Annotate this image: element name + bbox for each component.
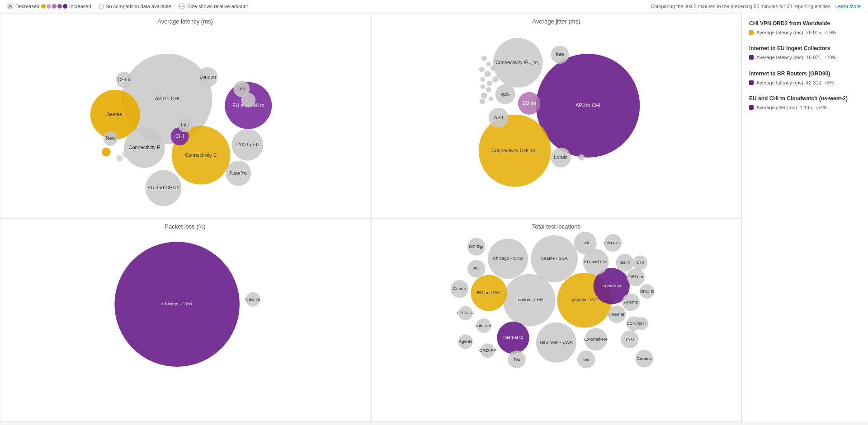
svg-point-23	[226, 161, 251, 186]
avg-jitter-title: Average jitter (ms)	[372, 14, 741, 27]
svg-point-59	[487, 81, 492, 86]
sidebar-section: Internet to EU Ingest CollectorsAverage …	[749, 45, 861, 61]
metric-color-indicator	[749, 30, 754, 35]
svg-point-52	[578, 154, 585, 161]
svg-point-42	[551, 46, 569, 64]
svg-point-58	[481, 77, 485, 82]
svg-point-50	[551, 148, 571, 168]
svg-point-31	[116, 72, 132, 88]
size-icon	[178, 3, 185, 10]
svg-point-38	[479, 115, 551, 187]
svg-point-98	[622, 293, 640, 311]
svg-point-60	[492, 76, 499, 83]
sidebar-metric: Average jitter (ms): 1.145, ↑54%	[749, 104, 861, 111]
total-test-title: Total test locations	[372, 219, 741, 232]
metric-color-indicator	[749, 80, 754, 85]
svg-point-70	[503, 274, 556, 326]
svg-point-57	[491, 65, 496, 71]
total-test-svg: London - LHR Virginia - IAD Seattle - SE…	[372, 232, 741, 421]
svg-point-25	[104, 131, 118, 146]
svg-point-96	[627, 268, 645, 286]
svg-point-112	[635, 350, 653, 367]
packet-loss-panel: Packet loss (%) Chicago - ORD New Yo	[0, 218, 370, 422]
sidebar-metric: Average latency (ms): 16.071, ↑20%	[749, 54, 861, 61]
top-bar: ⚙ Decreased Increased No comparison data…	[0, 0, 868, 13]
packet-loss-title: Packet loss (%)	[0, 219, 370, 232]
svg-point-12	[124, 127, 165, 168]
svg-point-68	[245, 292, 260, 306]
svg-point-22	[241, 93, 255, 107]
svg-point-124	[458, 306, 473, 320]
svg-point-78	[488, 238, 528, 279]
legend-decreased: ⚙ Decreased Increased	[7, 3, 91, 9]
sidebar-section-title: Internet to EU Ingest Collectors	[749, 45, 861, 51]
decreased-label: Decreased	[15, 4, 39, 9]
sidebar-sections: CHI VPN ORD2 from WorldwideAverage laten…	[749, 20, 861, 112]
comparison-text: Comparing the last 5 minutes to the prec…	[651, 4, 861, 9]
svg-point-114	[508, 350, 525, 368]
svg-point-100	[608, 305, 626, 323]
increased-label: Increased	[69, 4, 91, 9]
sidebar-section: EU and CHI to Cloudwatch (us-west-2)Aver…	[749, 95, 861, 111]
avg-latency-svg: APJ to CHI Seattle- EU and CHI to Connec…	[0, 27, 370, 216]
svg-point-106	[640, 284, 654, 299]
svg-point-61	[481, 84, 485, 89]
sidebar-section-title: CHI VPN ORD2 from Worldwide	[749, 20, 861, 27]
svg-point-110	[585, 328, 607, 350]
svg-point-88	[583, 249, 609, 275]
svg-point-54	[486, 62, 491, 66]
svg-point-18	[198, 67, 217, 87]
settings-icon: ⚙	[7, 3, 14, 9]
total-test-panel: Total test locations London - LHR Virgin…	[371, 218, 741, 422]
svg-point-116	[577, 350, 595, 368]
svg-point-126	[476, 318, 491, 332]
sidebar-section-title: Internet to BR Routers (ORD90)	[749, 70, 861, 77]
svg-point-46	[495, 84, 515, 104]
svg-point-92	[616, 254, 634, 271]
svg-point-44	[518, 92, 541, 115]
svg-point-55	[479, 67, 485, 72]
legend-size: Size shows relative amount	[178, 3, 248, 10]
svg-point-16	[231, 129, 263, 161]
legend-no-data: No comparison data available	[99, 4, 171, 9]
svg-point-65	[480, 99, 485, 104]
svg-point-63	[481, 93, 487, 99]
svg-point-130	[481, 343, 495, 358]
learn-more-link[interactable]: Learn More	[835, 4, 861, 9]
svg-point-29	[178, 118, 193, 132]
svg-point-35	[123, 150, 131, 158]
metric-text: Average latency (ms): 42.312, ↑6%	[756, 79, 834, 86]
avg-latency-title: Average latency (ms)	[0, 14, 370, 27]
avg-jitter-svg: APJ to CHI Connectivity CHI_to_ Connecti…	[372, 27, 741, 216]
main-content: Average latency (ms) APJ to CHI Seattle-…	[0, 13, 868, 422]
no-data-label: No comparison data available	[106, 4, 171, 9]
svg-point-33	[102, 148, 111, 157]
svg-point-120	[467, 260, 485, 277]
sidebar-section: Internet to BR Routers (ORD90)Average la…	[749, 70, 861, 86]
decreased-dots	[41, 4, 67, 9]
metric-text: Average latency (ms): 39.015, ↑19%	[756, 29, 836, 36]
size-label: Size shows relative amount	[187, 4, 248, 9]
svg-point-108	[621, 330, 638, 348]
svg-point-82	[497, 322, 529, 354]
svg-point-94	[633, 255, 647, 270]
svg-point-36	[536, 54, 640, 158]
avg-jitter-panel: Average jitter (ms) APJ to CHI Connectiv…	[371, 13, 741, 217]
svg-point-76	[471, 275, 507, 311]
metric-color-indicator	[749, 55, 754, 60]
svg-point-53	[481, 56, 487, 61]
svg-point-62	[486, 87, 491, 93]
svg-point-66	[114, 242, 240, 367]
svg-point-118	[467, 238, 485, 255]
sidebar-metric: Average latency (ms): 39.015, ↑19%	[749, 29, 861, 36]
metric-text: Average latency (ms): 16.071, ↑20%	[756, 54, 836, 61]
sidebar-section: CHI VPN ORD2 from WorldwideAverage laten…	[749, 20, 861, 36]
sidebar-metric: Average latency (ms): 42.312, ↑6%	[749, 79, 861, 86]
svg-point-84	[536, 322, 576, 362]
charts-area: Average latency (ms) APJ to CHI Seattle-…	[0, 13, 741, 422]
metric-color-indicator	[749, 105, 754, 110]
svg-point-48	[489, 108, 509, 128]
svg-point-64	[489, 97, 493, 101]
svg-point-90	[604, 234, 622, 252]
svg-point-34	[117, 155, 123, 162]
